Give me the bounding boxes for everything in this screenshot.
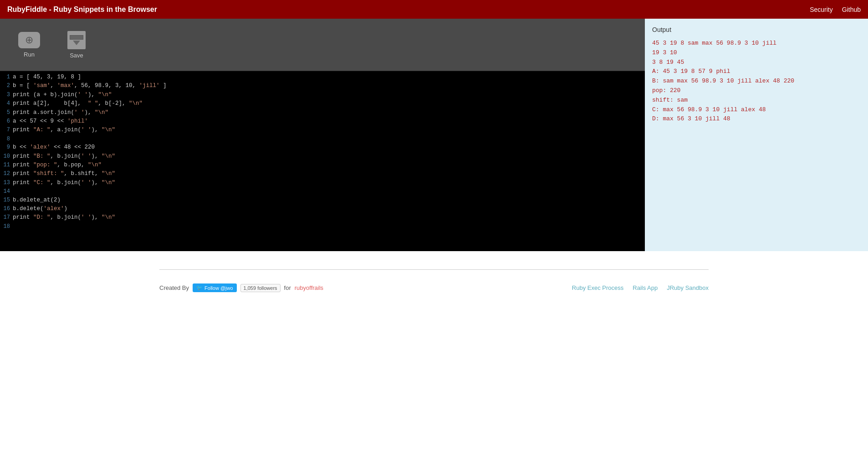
code-line-7: 7 print "A: ", a.join(' '), "\n": [0, 126, 645, 134]
run-icon: [18, 32, 40, 48]
code-line-11: 11 print "pop: ", b.pop, "\n": [0, 161, 645, 170]
code-line-4: 4 print a[2], b[4], " ", b[-2], "\n": [0, 99, 645, 108]
code-line-16: 16 b.delete('alex'): [0, 205, 645, 213]
github-link[interactable]: Github: [842, 6, 861, 13]
ruby-exec-link[interactable]: Ruby Exec Process: [572, 284, 623, 291]
code-line-15: 15 b.delete_at(2): [0, 196, 645, 205]
code-line-8: 8: [0, 135, 645, 144]
code-line-2: 2 b = [ 'sam', 'max', 56, 98.9, 3, 10, '…: [0, 82, 645, 90]
header: RubyFiddle - Ruby Snippets in the Browse…: [0, 0, 868, 19]
run-button[interactable]: Run: [18, 32, 40, 58]
footer: Created By 🐦 Follow @jwo 1,059 followers…: [0, 251, 868, 301]
followers-badge: 1,059 followers: [240, 284, 281, 292]
rubyoffrails-link[interactable]: rubyoffrails: [295, 284, 323, 291]
jruby-sandbox-link[interactable]: JRuby Sandbox: [667, 284, 709, 291]
code-line-17: 17 print "D: ", b.join(' '), "\n": [0, 213, 645, 222]
code-line-5: 5 print a.sort.join(' '), "\n": [0, 108, 645, 117]
editor-panel: Run Save 1 a = [ 45, 3, 19, 8 ] 2 b = [ …: [0, 19, 645, 251]
code-line-14: 14: [0, 187, 645, 196]
code-line-1: 1 a = [ 45, 3, 19, 8 ]: [0, 73, 645, 82]
rails-app-link[interactable]: Rails App: [633, 284, 658, 291]
twitter-icon: 🐦: [196, 285, 203, 291]
save-label: Save: [70, 52, 83, 59]
twitter-follow-label: Follow @jwo: [204, 285, 233, 291]
code-line-18: 18: [0, 222, 645, 231]
footer-content: Created By 🐦 Follow @jwo 1,059 followers…: [0, 283, 868, 292]
code-line-13: 13 print "C: ", b.join(' '), "\n": [0, 179, 645, 187]
code-editor[interactable]: 1 a = [ 45, 3, 19, 8 ] 2 b = [ 'sam', 'm…: [0, 71, 645, 251]
created-by-text: Created By: [159, 284, 189, 291]
output-title: Output: [652, 26, 861, 33]
footer-right: Ruby Exec Process Rails App JRuby Sandbo…: [572, 284, 709, 291]
save-arrow-icon: [73, 41, 80, 45]
run-label: Run: [24, 51, 35, 58]
for-text: for: [284, 284, 291, 291]
main-container: Run Save 1 a = [ 45, 3, 19, 8 ] 2 b = [ …: [0, 19, 868, 251]
save-button[interactable]: Save: [67, 31, 86, 59]
code-line-6: 6 a << 57 << 9 << 'phil': [0, 117, 645, 126]
code-line-3: 3 print (a + b).join(' '), "\n": [0, 91, 645, 99]
toolbar: Run Save: [0, 19, 645, 71]
security-link[interactable]: Security: [810, 6, 833, 13]
code-line-9: 9 b << 'alex' << 48 << 220: [0, 143, 645, 152]
save-icon: [67, 31, 86, 49]
code-line-10: 10 print "B: ", b.join(' '), "\n": [0, 152, 645, 161]
app-title: RubyFiddle - Ruby Snippets in the Browse…: [7, 5, 157, 14]
twitter-follow-button[interactable]: 🐦 Follow @jwo: [193, 283, 237, 292]
footer-divider: [159, 269, 709, 270]
output-content: 45 3 19 8 sam max 56 98.9 3 10 jill 19 3…: [652, 39, 861, 124]
output-panel: Output 45 3 19 8 sam max 56 98.9 3 10 ji…: [645, 19, 868, 251]
footer-left: Created By 🐦 Follow @jwo 1,059 followers…: [159, 283, 323, 292]
header-nav: Security Github: [810, 6, 861, 13]
code-line-12: 12 print "shift: ", b.shift, "\n": [0, 170, 645, 178]
